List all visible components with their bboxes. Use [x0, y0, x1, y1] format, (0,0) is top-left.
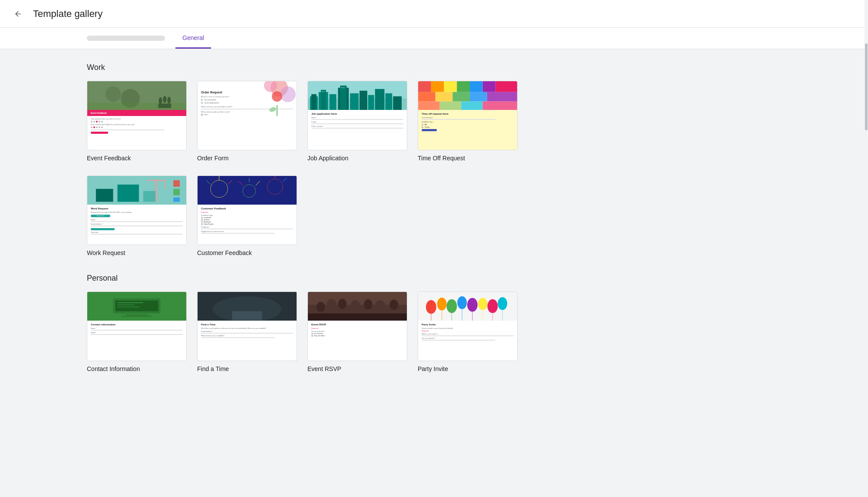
svg-rect-34: [418, 81, 431, 92]
work-section-title: Work: [87, 63, 781, 72]
svg-rect-38: [470, 81, 483, 92]
event-rsvp-label: Event RSVP: [307, 365, 407, 372]
work-template-grid: Event feedback How satisfied were you wi…: [87, 81, 781, 162]
back-button[interactable]: [10, 6, 26, 22]
tabs-bar: General: [0, 28, 868, 49]
svg-point-109: [498, 297, 507, 310]
svg-rect-40: [495, 81, 517, 92]
svg-rect-31: [341, 87, 342, 88]
svg-rect-22: [340, 86, 347, 110]
header: Template gallery: [0, 0, 868, 28]
svg-rect-43: [452, 92, 470, 102]
svg-point-11: [272, 91, 282, 102]
svg-rect-7: [158, 104, 172, 108]
svg-rect-51: [96, 189, 113, 202]
svg-point-1: [106, 86, 121, 102]
svg-rect-30: [323, 91, 325, 92]
svg-rect-53: [143, 191, 156, 202]
job-application-thumb: Job application form Name * Email * Phon…: [307, 81, 407, 150]
work-section: Work: [87, 63, 781, 256]
svg-rect-77: [117, 302, 143, 303]
svg-rect-83: [232, 311, 262, 320]
customer-feedback-label: Customer Feedback: [197, 249, 297, 256]
job-application-label: Job Application: [307, 155, 407, 162]
tab-general[interactable]: General: [175, 28, 211, 49]
svg-point-91: [375, 300, 386, 312]
svg-point-5: [163, 96, 166, 103]
svg-rect-23: [350, 93, 359, 110]
order-form-thumb: Order Request Are you a new or existing …: [197, 81, 297, 150]
svg-point-97: [437, 298, 447, 311]
svg-rect-35: [431, 81, 444, 92]
event-feedback-thumb: Event feedback How satisfied were you wi…: [87, 81, 187, 150]
template-work-request[interactable]: Work Request A request form created: 555…: [87, 176, 187, 256]
template-order-form[interactable]: Order Request Are you a new or existing …: [197, 81, 297, 162]
svg-rect-57: [173, 180, 180, 187]
svg-point-10: [280, 86, 296, 102]
svg-rect-39: [483, 81, 496, 92]
svg-rect-93: [308, 314, 407, 321]
svg-point-4: [159, 97, 162, 104]
main-content: Work: [0, 49, 868, 400]
svg-point-86: [317, 302, 325, 312]
svg-rect-29: [321, 91, 323, 92]
order-form-label: Order Form: [197, 155, 297, 162]
svg-point-92: [389, 300, 398, 310]
tab-blurred: [87, 36, 165, 41]
personal-section: Personal: [87, 274, 781, 372]
template-find-time[interactable]: Find a Time We'd like to get together to…: [197, 292, 297, 372]
svg-rect-58: [173, 189, 180, 195]
svg-rect-52: [117, 185, 139, 202]
svg-point-87: [327, 299, 337, 311]
svg-point-88: [338, 299, 347, 309]
svg-rect-74: [115, 301, 158, 311]
template-job-application[interactable]: Job application form Name * Email * Phon…: [307, 81, 407, 162]
svg-rect-79: [117, 307, 139, 308]
find-time-thumb: Find a Time We'd like to get together to…: [197, 292, 297, 361]
svg-point-6: [167, 97, 171, 104]
svg-point-13: [269, 106, 277, 113]
svg-point-103: [467, 298, 478, 312]
svg-point-101: [457, 296, 467, 309]
svg-rect-59: [173, 198, 180, 202]
template-event-rsvp[interactable]: Event RSVP Required Can you attend? * Ye…: [307, 292, 407, 372]
svg-rect-37: [457, 81, 470, 92]
svg-rect-49: [483, 102, 517, 110]
svg-rect-17: [311, 94, 317, 110]
template-customer-feedback[interactable]: Customer Feedback Required Feedback Type…: [197, 176, 297, 256]
template-party-invite[interactable]: Party Invite Send an invite to your frie…: [418, 292, 518, 372]
svg-rect-32: [343, 87, 344, 88]
svg-point-95: [426, 300, 436, 314]
svg-rect-45: [487, 92, 517, 102]
svg-rect-41: [418, 92, 436, 102]
svg-rect-27: [385, 93, 392, 110]
svg-rect-76: [122, 315, 152, 317]
work-request-thumb: Work Request A request form created: 555…: [87, 176, 187, 245]
svg-rect-47: [440, 102, 462, 110]
scrollbar[interactable]: [865, 0, 868, 497]
work-template-grid-2: Work Request A request form created: 555…: [87, 176, 781, 256]
svg-point-90: [364, 299, 373, 310]
page-title: Template gallery: [33, 8, 102, 20]
time-off-thumb: Time off request form Leave date(s) * dd…: [418, 81, 518, 150]
party-invite-label: Party Invite: [418, 365, 518, 372]
svg-rect-36: [444, 81, 457, 92]
template-event-feedback[interactable]: Event feedback How satisfied were you wi…: [87, 81, 187, 162]
scrollbar-thumb[interactable]: [865, 43, 868, 130]
event-rsvp-thumb: Event RSVP Required Can you attend? * Ye…: [307, 292, 407, 361]
svg-rect-42: [436, 92, 453, 102]
svg-rect-28: [393, 96, 402, 110]
template-time-off[interactable]: Time off request form Leave date(s) * dd…: [418, 81, 518, 162]
svg-point-99: [446, 299, 457, 313]
svg-rect-24: [360, 91, 367, 110]
party-invite-thumb: Party Invite Send an invite to your frie…: [418, 292, 518, 361]
template-contact-info[interactable]: Contact information Name * Email * Conta…: [87, 292, 187, 372]
event-feedback-label: Event Feedback: [87, 155, 187, 162]
customer-feedback-thumb: Customer Feedback Required Feedback Type…: [197, 176, 297, 245]
time-off-label: Time Off Request: [418, 155, 518, 162]
svg-rect-19: [321, 90, 326, 110]
contact-info-label: Contact Information: [87, 365, 187, 372]
svg-point-105: [478, 298, 488, 310]
contact-info-thumb: Contact information Name * Email *: [87, 292, 187, 361]
svg-rect-78: [117, 305, 135, 305]
